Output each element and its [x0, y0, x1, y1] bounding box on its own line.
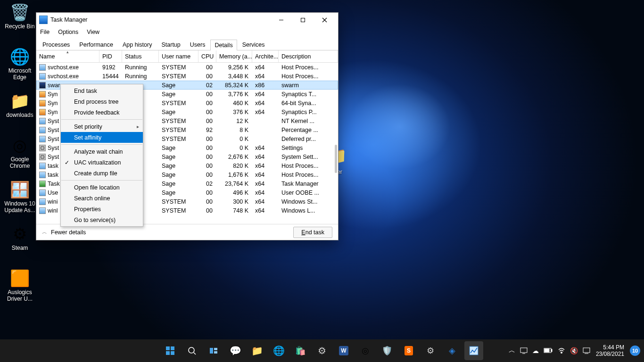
app-glyph-icon: 🟧 [9, 268, 30, 288]
col-header[interactable]: CPU [198, 50, 216, 62]
col-header[interactable]: Status [122, 50, 159, 62]
tab-strip: ProcessesPerformanceApp historyStartupUs… [36, 37, 338, 50]
cell-user: Sage [159, 172, 198, 178]
table-row[interactable]: svchost.exe15444RunningSYSTEM003,448 Kx6… [36, 72, 338, 81]
ctx-set-priority[interactable]: Set priority▸ [61, 121, 143, 132]
notification-badge[interactable]: 10 [630, 346, 640, 356]
process-name: swar [48, 82, 60, 89]
tab-services[interactable]: Services [238, 39, 269, 50]
maximize-button[interactable] [292, 13, 314, 27]
tray-expand-icon[interactable]: ︿ [509, 346, 515, 355]
process-name: wini [48, 198, 58, 205]
cell-user: SYSTEM [159, 100, 198, 107]
cell-arch: x64 [252, 154, 279, 160]
titlebar[interactable]: Task Manager [36, 13, 338, 27]
cell-cpu: 00 [198, 163, 216, 169]
desktop-icon[interactable]: 🪟Windows 10 Update As... [2, 179, 38, 215]
col-header[interactable]: PID [99, 50, 122, 62]
steam-icon[interactable]: ⚙ [421, 341, 440, 360]
tray-wifi-icon[interactable] [558, 347, 565, 354]
chrome-icon[interactable]: ◎ [356, 341, 375, 360]
svg-rect-18 [545, 349, 549, 352]
col-header[interactable]: Archite... [252, 50, 279, 62]
cell-mem: 3,776 K [216, 91, 252, 98]
explorer-icon[interactable]: 📁 [248, 341, 266, 360]
tray-volume-icon[interactable]: 🔇 [570, 347, 578, 354]
cell-desc: NT Kernel ... [279, 118, 338, 124]
swarm-app-icon[interactable]: ◈ [443, 341, 462, 360]
search-icon[interactable] [182, 341, 201, 360]
tab-app-history[interactable]: App history [118, 39, 157, 50]
process-icon [39, 136, 46, 142]
process-name: Syst [48, 136, 59, 142]
word-icon[interactable]: W [334, 341, 353, 360]
ctx-analyze-wait-chain[interactable]: Analyze wait chain [61, 146, 143, 157]
tray-lang-icon[interactable] [583, 347, 590, 354]
svg-rect-1 [301, 18, 305, 22]
desktop-icon[interactable]: 📁downloads [2, 90, 38, 126]
chat-icon[interactable]: 💬 [226, 341, 245, 360]
cell-desc: Percentage ... [279, 127, 338, 133]
ctx-search-online[interactable]: Search online [61, 193, 143, 204]
ctx-end-task[interactable]: End task [61, 85, 143, 96]
desktop-icon-label: downloads [6, 112, 33, 119]
desktop-icon[interactable]: 🟧Auslogics Driver U... [2, 268, 38, 304]
cell-mem: 12 K [216, 118, 252, 124]
ctx-set-affinity[interactable]: Set affinity [61, 132, 143, 143]
svg-rect-14 [520, 348, 527, 353]
ctx-uac-virtualization[interactable]: UAC virtualization✓ [61, 157, 143, 168]
app-glyph-icon: 📁 [9, 90, 30, 111]
start-button[interactable] [161, 341, 180, 360]
desktop-icon[interactable]: ◎Google Chrome [2, 135, 38, 171]
minimize-button[interactable] [270, 13, 292, 27]
col-header[interactable]: Name▴ [36, 50, 99, 62]
cell-cpu: 00 [198, 189, 216, 196]
taskbar: 💬 📁 🌐 🛍️ ⚙ W ◎ 🛡️ S ⚙ ◈ ︿ ☁ 🔇 5:44 PM 23… [0, 339, 644, 362]
desktop-icon[interactable]: 🗑️Recycle Bin [2, 2, 38, 38]
security-icon[interactable]: 🛡️ [378, 341, 396, 360]
ctx-open-file-location[interactable]: Open file location [61, 182, 143, 193]
ctx-end-process-tree[interactable]: End process tree [61, 96, 143, 107]
desktop-icon[interactable]: ⚙Steam [2, 223, 38, 259]
col-header[interactable]: Memory (a... [216, 50, 252, 62]
close-button[interactable] [314, 13, 335, 27]
cell-arch: x64 [252, 73, 279, 80]
menu-options[interactable]: Options [58, 29, 78, 35]
table-row[interactable]: svchost.exe9192RunningSYSTEM009,256 Kx64… [36, 63, 338, 72]
col-header[interactable]: Description [279, 50, 338, 62]
col-header[interactable]: User name [159, 50, 198, 62]
ctx-properties[interactable]: Properties [61, 204, 143, 214]
tray-battery-icon[interactable] [544, 348, 553, 354]
tab-startup[interactable]: Startup [157, 39, 184, 50]
tab-details[interactable]: Details [210, 40, 237, 50]
app-icon-orange[interactable]: S [399, 341, 418, 360]
store-icon[interactable]: 🛍️ [291, 341, 310, 360]
ctx-create-dump-file[interactable]: Create dump file [61, 168, 143, 179]
taskbar-clock[interactable]: 5:44 PM 23/08/2021 [596, 344, 624, 358]
menu-view[interactable]: View [87, 29, 99, 35]
cell-cpu: 92 [198, 127, 216, 133]
scrollbar-thumb[interactable] [335, 145, 337, 173]
taskmgr-taskbar-icon[interactable] [464, 341, 483, 360]
tab-users[interactable]: Users [186, 39, 210, 50]
cell-user: SYSTEM [159, 73, 198, 80]
fewer-details-link[interactable]: Fewer details [51, 229, 86, 236]
cell-desc: Settings [279, 145, 338, 151]
desktop-icon[interactable]: 🌐Microsoft Edge [2, 46, 38, 82]
edge-icon[interactable]: 🌐 [269, 341, 288, 360]
ctx-go-to-service-s-[interactable]: Go to service(s) [61, 214, 143, 225]
tray-tablet-icon[interactable] [520, 347, 528, 354]
cell-desc: System Sett... [279, 154, 338, 160]
task-view-icon[interactable] [204, 341, 223, 360]
ctx-provide-feedback[interactable]: Provide feedback [61, 107, 143, 118]
menu-file[interactable]: File [40, 29, 50, 35]
tab-processes[interactable]: Processes [38, 39, 74, 50]
grid-header[interactable]: Name▴PIDStatusUser nameCPUMemory (a...Ar… [36, 50, 338, 63]
tray-onedrive-icon[interactable]: ☁ [532, 347, 539, 354]
tab-performance[interactable]: Performance [75, 39, 117, 50]
end-task-button[interactable]: End task [293, 227, 332, 238]
cell-desc: swarm [279, 82, 338, 89]
cell-pid: 9192 [99, 64, 122, 71]
settings-icon[interactable]: ⚙ [313, 341, 331, 360]
cell-mem: 23,764 K [216, 181, 252, 187]
